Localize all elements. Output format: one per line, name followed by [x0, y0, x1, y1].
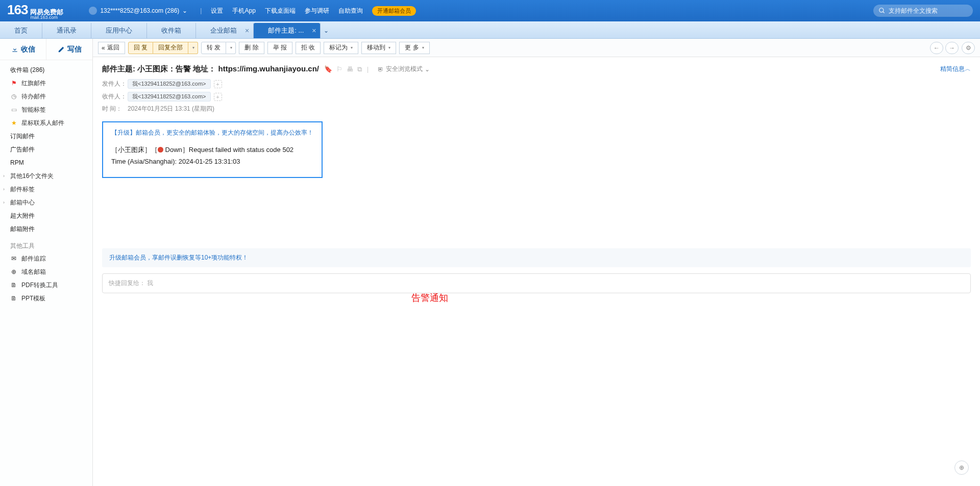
delete-button[interactable]: 删 除	[239, 42, 264, 54]
sidebar-pdf[interactable]: 🗎PDF转换工具	[0, 278, 92, 292]
chevron-down-icon: ⌄	[324, 27, 329, 34]
link-settings[interactable]: 设置	[211, 7, 223, 15]
link-survey[interactable]: 参与调研	[305, 7, 329, 15]
from-label: 发件人：	[102, 80, 128, 88]
safe-mode-dropdown[interactable]: ⛨ 安全浏览模式 ⌄	[378, 65, 430, 73]
tab-mail-subject[interactable]: 邮件主题: ...×	[254, 23, 320, 38]
from-pill[interactable]: 我<13294118252@163.com>	[128, 79, 211, 89]
to-label: 收件人：	[102, 92, 128, 101]
send-icon: ✉	[10, 255, 17, 262]
chevron-down-icon: ▾	[388, 45, 390, 50]
chevron-right-icon: ›	[3, 187, 5, 192]
footer-upgrade-notice[interactable]: 升级邮箱会员，享邮件误删恢复等10+项功能特权！	[102, 248, 971, 267]
flag-icon: ⚑	[10, 80, 17, 87]
add-contact-button[interactable]: +	[214, 80, 222, 88]
chevron-down-icon: ⌄	[182, 7, 187, 14]
pdf-icon: 🗎	[10, 282, 17, 289]
sidebar-starred[interactable]: ★星标联系人邮件	[0, 116, 92, 130]
upgrade-notice[interactable]: 【升级】邮箱会员，更安全的邮箱体验，更大的存储空间，提高办公效率！	[111, 129, 313, 137]
link-selfservice[interactable]: 自助查询	[338, 7, 363, 15]
back-button[interactable]: «返回	[98, 42, 125, 54]
next-mail-button[interactable]: →	[945, 42, 959, 54]
prev-mail-button[interactable]: ←	[930, 42, 943, 54]
forward-button[interactable]: 转 发	[201, 42, 226, 54]
sidebar-smart-tags[interactable]: ▭智能标签	[0, 103, 92, 116]
nav-tabs: 首页 通讯录 应用中心 收件箱 企业邮箱× 邮件主题: ...× ⌄	[0, 21, 980, 39]
sidebar-subscribe[interactable]: 订阅邮件	[0, 130, 92, 143]
compose-icon	[58, 46, 65, 53]
svg-point-0	[879, 8, 884, 12]
sidebar-track[interactable]: ✉邮件追踪	[0, 252, 92, 265]
search-input[interactable]	[889, 7, 968, 14]
tab-inbox[interactable]: 收件箱	[147, 23, 196, 38]
window-icon[interactable]: ⧉	[357, 65, 362, 73]
sidebar-flagged[interactable]: ⚑红旗邮件	[0, 76, 92, 90]
chevron-down-icon: ⌄	[425, 66, 430, 73]
tag-icon: ▭	[10, 106, 17, 113]
gear-icon: ⚙	[966, 44, 971, 52]
sidebar-mail-center[interactable]: ›邮箱中心	[0, 196, 92, 209]
sidebar-other-folders[interactable]: ›其他16个文件夹	[0, 169, 92, 183]
sidebar-ppt[interactable]: 🗎PPT模板	[0, 292, 92, 305]
close-icon[interactable]: ×	[312, 27, 316, 35]
more-dropdown[interactable]: 更 多▾	[399, 42, 429, 54]
reply-all-button[interactable]: 回复全部	[153, 42, 188, 54]
move-to-dropdown[interactable]: 移动到▾	[361, 42, 396, 54]
settings-gear-button[interactable]: ⚙	[962, 42, 975, 54]
back-icon: «	[102, 44, 105, 52]
logo[interactable]: 163 网易免费邮 mail.163.com	[7, 2, 63, 20]
print-icon[interactable]: 🖶	[347, 65, 353, 73]
zoom-icon: ⊕	[959, 464, 964, 471]
mark-as-dropdown[interactable]: 标记为▾	[324, 42, 358, 54]
search-box[interactable]	[873, 5, 973, 17]
compose-button[interactable]: 写信	[46, 39, 92, 60]
time-label: 时 间：	[102, 105, 128, 113]
link-mobile-app[interactable]: 手机App	[232, 7, 255, 15]
sidebar-todo[interactable]: ◷待办邮件	[0, 90, 92, 103]
reply-dropdown[interactable]: ▾	[188, 42, 198, 54]
vip-button[interactable]: 开通邮箱会员	[372, 6, 416, 16]
simple-info-toggle[interactable]: 精简信息︿	[940, 65, 971, 73]
svg-rect-2	[12, 51, 17, 52]
link-desktop[interactable]: 下载桌面端	[265, 7, 296, 15]
sidebar-mail-tags[interactable]: ›邮件标签	[0, 183, 92, 196]
clock-icon: ◷	[10, 93, 17, 100]
mail-body-box: 【升级】邮箱会员，更安全的邮箱体验，更大的存储空间，提高办公效率！ ［小王图床］…	[102, 121, 323, 178]
to-pill[interactable]: 我<13294118252@163.com>	[128, 92, 211, 101]
close-icon[interactable]: ×	[245, 27, 249, 35]
sidebar-big-attach[interactable]: 超大附件	[0, 209, 92, 222]
sidebar-top: 收信 写信	[0, 39, 92, 60]
sidebar-domain[interactable]: ⊕域名邮箱	[0, 265, 92, 278]
float-zoom-button[interactable]: ⊕	[954, 461, 969, 475]
ppt-icon: 🗎	[10, 295, 17, 302]
flag-icon[interactable]: ⚐	[336, 65, 342, 73]
sidebar-mail-attach[interactable]: 邮箱附件	[0, 222, 92, 236]
arrow-right-icon: →	[949, 44, 955, 52]
sidebar-rpm[interactable]: RPM	[0, 156, 92, 169]
search-icon	[878, 7, 886, 14]
tab-home[interactable]: 首页	[0, 23, 42, 38]
star-icon: ★	[10, 119, 17, 126]
sidebar-inbox[interactable]: 收件箱 (286)	[0, 63, 92, 76]
arrow-left-icon: ←	[934, 44, 940, 52]
tab-apps[interactable]: 应用中心	[91, 23, 147, 38]
reply-button[interactable]: 回 复	[128, 42, 153, 54]
tab-enterprise[interactable]: 企业邮箱×	[196, 23, 254, 38]
mail-time: 2024年01月25日 13:31 (星期四)	[128, 105, 214, 113]
top-bar: 163 网易免费邮 mail.163.com 132****8252@163.c…	[0, 0, 980, 21]
receive-button[interactable]: 收信	[0, 39, 46, 60]
tabs-dropdown[interactable]: ⌄	[320, 23, 331, 38]
forward-dropdown[interactable]: ▾	[226, 42, 236, 54]
tab-contacts[interactable]: 通讯录	[42, 23, 91, 38]
separator: |	[200, 7, 202, 14]
quick-reply-input[interactable]: 快捷回复给： 我	[102, 273, 971, 293]
main-content: «返回 回 复 回复全部 ▾ 转 发 ▾ 删 除 举 报 拒 收 标记为▾ 移动…	[93, 39, 980, 486]
sidebar-ads[interactable]: 广告邮件	[0, 143, 92, 156]
add-recipient-button[interactable]: +	[214, 93, 222, 101]
status-down-icon	[158, 147, 163, 152]
reject-button[interactable]: 拒 收	[296, 42, 321, 54]
bookmark-icon[interactable]: 🔖	[324, 65, 332, 73]
report-button[interactable]: 举 报	[267, 42, 292, 54]
user-account-dropdown[interactable]: 132****8252@163.com (286) ⌄	[89, 7, 187, 15]
sidebar-section-other-tools: 其他工具	[0, 240, 92, 252]
